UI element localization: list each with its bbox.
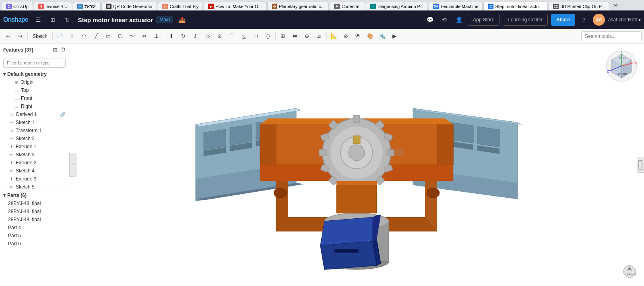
help-icon[interactable]: ? (578, 14, 590, 25)
new-sketch-icon[interactable]: 📄 (54, 31, 66, 42)
spline-icon[interactable]: 〜 (127, 31, 138, 42)
loft-icon[interactable]: ◇ (202, 31, 213, 42)
user-avatar[interactable]: AC (593, 14, 605, 26)
part-28byj-1[interactable]: 28BYJ-48_final (0, 199, 69, 207)
tab-israel[interactable]: ✡ ישראל (73, 2, 101, 10)
tab-qr[interactable]: ▦ QR Code Generator (101, 2, 157, 10)
right-panel-button[interactable] (637, 157, 644, 173)
polygon-icon[interactable]: ⬡ (115, 31, 126, 42)
parts-group[interactable]: ▾ Parts (6) (0, 191, 69, 199)
comment-icon[interactable]: 💬 (424, 14, 436, 25)
svg-marker-4 (230, 124, 252, 145)
measure-icon[interactable]: 📐 (328, 31, 340, 42)
svg-marker-3 (204, 129, 226, 150)
sidebar-clock-icon[interactable]: ⏱ (60, 47, 66, 53)
constraint-icon[interactable]: ⊥ (151, 31, 162, 42)
arrange-icon[interactable]: ⇅ (62, 14, 73, 25)
view-cube-mini[interactable]: FRONT (623, 265, 636, 278)
onshape-logo[interactable]: Onshape (3, 16, 28, 23)
sketch-button[interactable]: Sketch (29, 31, 51, 42)
app-store-button[interactable]: App Store (468, 14, 500, 26)
history-icon[interactable]: ⟲ (439, 14, 450, 25)
circle-icon[interactable]: ○ (66, 31, 78, 42)
sidebar-layout-icon[interactable]: ⊞ (53, 47, 58, 53)
top-plane-item[interactable]: ▭ Top (0, 86, 69, 94)
properties-icon[interactable]: ⊞ (47, 14, 58, 25)
tab-clickup[interactable]: C ClickUp (2, 2, 33, 10)
tab-teachable[interactable]: TM Teachable Machine (429, 2, 483, 10)
sidebar-collapse-button[interactable]: ≡ (69, 153, 76, 177)
dimension-icon[interactable]: ⇔ (139, 31, 150, 42)
rectangle-icon[interactable]: ▭ (103, 31, 114, 42)
right-plane-item[interactable]: ▭ Right (0, 102, 69, 110)
part-5[interactable]: Part 5 (0, 232, 69, 240)
chevron-down-icon: ▾ (3, 71, 6, 77)
tab-3dprint[interactable]: 3D 3D Printed Clip-On P... (549, 2, 609, 10)
sketch3-item[interactable]: ✏ Sketch 3 (0, 151, 69, 159)
arc-icon[interactable]: ◠ (78, 31, 90, 42)
material-icon[interactable]: 🔩 (377, 31, 388, 42)
tab-more-button[interactable]: >> (610, 3, 622, 8)
part-4[interactable]: Part 4 (0, 224, 69, 232)
share-button[interactable]: Share (551, 14, 575, 26)
part-6[interactable]: Part 6 (0, 240, 69, 248)
part-28byj-2[interactable]: 28BYJ-48_final (0, 207, 69, 216)
sketch5-label: Sketch 5 (16, 184, 35, 190)
branch-label[interactable]: Main (156, 16, 173, 23)
codecraft-favicon: ❖ (334, 4, 340, 9)
extrude2-item[interactable]: ⬆ Extrude 2 (0, 159, 69, 167)
transform1-item[interactable]: ⊿ Transform 1 (0, 126, 69, 135)
tab-codecraft[interactable]: ❖ Codecraft (330, 2, 365, 10)
svg-rect-49 (353, 136, 360, 144)
redo-button[interactable]: ↪ (14, 31, 26, 42)
tab-onshape[interactable]: O Step motor linear actuator Main (483, 2, 548, 10)
user-name[interactable]: asaf chertkoff ▾ (608, 17, 641, 23)
sketch5-item[interactable]: ✏ Sketch 5 (0, 183, 69, 191)
learning-center-button[interactable]: Learning Center (503, 14, 548, 26)
fillet-icon[interactable]: ⌒ (226, 31, 237, 42)
feature-filter-input[interactable] (3, 58, 66, 68)
extrude1-item[interactable]: ⬆ Extrude 1 (0, 143, 69, 151)
tab-arduino[interactable]: ∞ Diagnosing Arduino P... (366, 2, 428, 10)
tab-crafts[interactable]: ✈ Crafts That Fly (158, 2, 203, 10)
transform-icon[interactable]: ⊿ (314, 31, 325, 42)
section-icon[interactable]: ⊘ (341, 31, 352, 42)
draft-icon[interactable]: ⟨⟩ (262, 31, 274, 42)
svg-rect-38 (319, 149, 326, 156)
origin-item[interactable]: ⊕ Origin (0, 78, 69, 86)
tab-howto[interactable]: ▶ How To: Make Your O... (204, 2, 266, 10)
extrude-icon[interactable]: ⬆ (166, 31, 177, 42)
line-icon[interactable]: ╱ (91, 31, 102, 42)
hole-icon[interactable]: ⊙ (214, 31, 225, 42)
boolean-icon[interactable]: ⊕ (301, 31, 313, 42)
display-icon[interactable]: 👁 (353, 31, 364, 42)
shell-icon[interactable]: ◻ (250, 31, 262, 42)
revolve-icon[interactable]: ↻ (178, 31, 189, 42)
appearance-icon[interactable]: 🎨 (365, 31, 376, 42)
tab-invoice[interactable]: 4 Invoice 4 U (34, 2, 72, 10)
pattern-icon[interactable]: ⊞ (277, 31, 289, 42)
derived1-item[interactable]: ⎔ Derived 1 🔗 (0, 110, 69, 118)
arduino-favicon: ∞ (370, 4, 376, 9)
hamburger-menu-button[interactable]: ☰ (33, 14, 44, 25)
3d-viewport[interactable]: X Y Z Front Bottom FRONT ≡ (69, 44, 644, 286)
transform-icon-2: ⊿ (10, 128, 13, 133)
mirror-icon[interactable]: ⇌ (289, 31, 301, 42)
extrude3-item[interactable]: ⬆ Extrude 3 (0, 175, 69, 183)
sketch1-item[interactable]: ✏ Sketch 1 (0, 118, 69, 126)
export-icon[interactable]: 📤 (176, 14, 188, 25)
tab-planetary[interactable]: ⚙ Planetary gear ratio c... (267, 2, 329, 10)
undo-button[interactable]: ↩ (2, 31, 14, 42)
part-28byj-3[interactable]: 28BYJ-48_final (0, 216, 69, 224)
tab-arduino-label: Diagnosing Arduino P... (378, 4, 423, 9)
qr-favicon: ▦ (106, 4, 111, 9)
sketch2-item[interactable]: ✏ Sketch 2 (0, 135, 69, 143)
search-tools-input[interactable] (581, 31, 642, 41)
sweep-icon[interactable]: ⤴ (190, 31, 201, 42)
collaborators-icon[interactable]: 👤 (453, 14, 464, 25)
chamfer-icon[interactable]: ◺ (238, 31, 250, 42)
simulation-icon[interactable]: ▶ (389, 31, 400, 42)
default-geometry-group[interactable]: ▾ Default geometry (0, 70, 69, 78)
front-plane-item[interactable]: ▭ Front (0, 94, 69, 102)
sketch4-item[interactable]: ✏ Sketch 4 (0, 167, 69, 175)
